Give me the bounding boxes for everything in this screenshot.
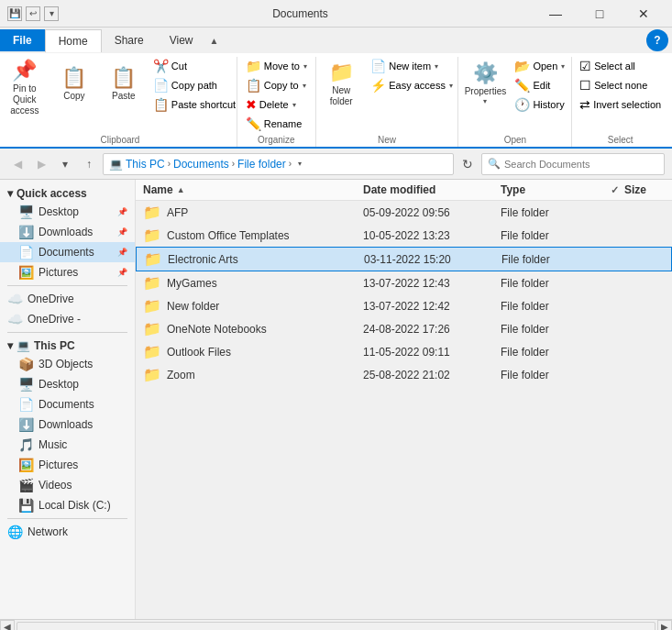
- file-type-cell: File folder: [501, 300, 611, 313]
- move-to-button[interactable]: 📁 Move to ▾: [242, 57, 311, 75]
- copy-button[interactable]: 📋 Copy: [50, 57, 98, 112]
- search-input[interactable]: [504, 159, 658, 170]
- file-name-label: OneNote Notebooks: [167, 323, 267, 336]
- forward-button[interactable]: ▶: [31, 154, 51, 174]
- cut-icon: ✂️: [153, 59, 169, 73]
- this-pc-icon: 💻: [17, 339, 30, 352]
- sidebar-item-downloads[interactable]: ⬇️ Downloads 📌: [0, 222, 135, 242]
- scroll-right-button[interactable]: ▶: [657, 620, 672, 631]
- select-all-button[interactable]: ☑ Select all: [576, 57, 665, 75]
- move-to-label: Move to: [264, 61, 300, 72]
- sidebar-item-local-disk[interactable]: 💾 Local Disk (C:): [0, 495, 135, 515]
- col-name-header[interactable]: Name ▲: [143, 183, 363, 196]
- open-button[interactable]: 📂 Open ▾: [511, 57, 568, 75]
- copy-path-button[interactable]: 📄 Copy path: [149, 76, 239, 94]
- sidebar-item-pc-pictures[interactable]: 🖼️ Pictures: [0, 455, 135, 475]
- tab-share[interactable]: Share: [102, 29, 157, 51]
- pc-desktop-label: Desktop: [39, 378, 127, 391]
- sidebar-item-network[interactable]: 🌐 Network: [0, 522, 135, 542]
- address-path[interactable]: 💻 This PC › Documents › File folder › ▾: [103, 153, 454, 175]
- sidebar-item-music[interactable]: 🎵 Music: [0, 435, 135, 455]
- cut-button[interactable]: ✂️ Cut: [149, 57, 239, 75]
- paste-shortcut-label: Paste shortcut: [171, 99, 236, 110]
- path-this-pc[interactable]: This PC: [126, 158, 165, 171]
- file-date-cell: 24-08-2022 17:26: [363, 323, 501, 336]
- ribbon-expand-icon[interactable]: ▲: [208, 34, 221, 48]
- ribbon-group-new: 📁 New folder 📄 New item ▾ ⚡ Easy access …: [316, 57, 459, 147]
- table-row[interactable]: 📁 OneNote Notebooks 24-08-2022 17:26 Fil…: [136, 317, 672, 340]
- sidebar: ▾ Quick access 🖥️ Desktop 📌 ⬇️ Downloads…: [0, 180, 136, 619]
- search-box[interactable]: 🔍: [481, 153, 665, 175]
- paste-shortcut-button[interactable]: 📋 Paste shortcut: [149, 95, 239, 114]
- tab-home[interactable]: Home: [45, 29, 102, 52]
- help-button[interactable]: ?: [646, 29, 668, 51]
- easy-access-button[interactable]: ⚡ Easy access ▾: [367, 76, 457, 94]
- minimize-button[interactable]: —: [534, 0, 577, 28]
- col-date-header[interactable]: Date modified: [363, 183, 501, 196]
- sidebar-item-pc-desktop[interactable]: 🖥️ Desktop: [0, 374, 135, 394]
- quick-save-icon[interactable]: 💾: [7, 6, 22, 21]
- quick-access-header[interactable]: ▾ Quick access: [0, 183, 135, 202]
- file-type-cell: File folder: [501, 206, 611, 219]
- path-sep-3: ›: [289, 159, 292, 169]
- sidebar-item-onedrive-dash[interactable]: ☁️ OneDrive -: [0, 309, 135, 329]
- sidebar-item-onedrive[interactable]: ☁️ OneDrive: [0, 289, 135, 309]
- table-row[interactable]: 📁 Electronic Arts 03-11-2022 15:20 File …: [136, 247, 672, 271]
- size-check-icon: ✓: [611, 184, 619, 196]
- hscroll-track[interactable]: [17, 622, 655, 631]
- path-file-folder[interactable]: File folder: [237, 158, 286, 171]
- back-button[interactable]: ◀: [7, 154, 28, 174]
- up-button[interactable]: ↑: [79, 154, 99, 174]
- new-folder-button[interactable]: 📁 New folder: [317, 57, 365, 112]
- rename-button[interactable]: ✏️ Rename: [242, 115, 311, 133]
- file-date-cell: 11-05-2022 09:11: [363, 346, 501, 359]
- documents-label: Documents: [39, 246, 113, 259]
- table-row[interactable]: 📁 New folder 13-07-2022 12:42 File folde…: [136, 294, 672, 317]
- scrollbar-area: ◀ ▶: [0, 619, 672, 630]
- sidebar-item-pictures[interactable]: 🖼️ Pictures 📌: [0, 262, 135, 282]
- scroll-left-button[interactable]: ◀: [0, 620, 15, 631]
- close-button[interactable]: ✕: [622, 0, 665, 28]
- pc-desktop-icon: 🖥️: [18, 377, 34, 392]
- new-item-button[interactable]: 📄 New item ▾: [367, 57, 457, 75]
- properties-button[interactable]: ⚙️ Properties ▾: [461, 57, 509, 112]
- this-pc-header[interactable]: ▾ 💻 This PC: [0, 336, 135, 354]
- quick-undo-icon[interactable]: ↩: [26, 6, 40, 21]
- title-dropdown-icon[interactable]: ▾: [44, 6, 59, 21]
- sidebar-item-pc-downloads[interactable]: ⬇️ Downloads: [0, 414, 135, 435]
- paste-button[interactable]: 📋 Paste: [100, 57, 148, 112]
- delete-button[interactable]: ✖ Delete ▾: [242, 95, 311, 114]
- sidebar-item-pc-documents[interactable]: 📄 Documents: [0, 394, 135, 414]
- col-type-header[interactable]: Type: [501, 183, 611, 196]
- table-row[interactable]: 📁 Outlook Files 11-05-2022 09:11 File fo…: [136, 340, 672, 363]
- table-row[interactable]: 📁 Zoom 25-08-2022 21:02 File folder: [136, 363, 672, 386]
- table-row[interactable]: 📁 MyGames 13-07-2022 12:43 File folder: [136, 271, 672, 294]
- sidebar-item-desktop[interactable]: 🖥️ Desktop 📌: [0, 202, 135, 222]
- history-button[interactable]: 🕐 History: [511, 95, 568, 114]
- maximize-button[interactable]: □: [578, 0, 621, 28]
- sidebar-item-documents[interactable]: 📄 Documents 📌: [0, 242, 135, 262]
- copy-to-button[interactable]: 📋 Copy to ▾: [242, 76, 311, 94]
- path-dropdown-icon[interactable]: ▾: [298, 160, 302, 168]
- refresh-button[interactable]: ↻: [457, 154, 478, 174]
- select-none-button[interactable]: ☐ Select none: [576, 76, 665, 94]
- table-row[interactable]: 📁 AFP 05-09-2022 09:56 File folder: [136, 201, 672, 224]
- move-to-icon: 📁: [246, 59, 261, 73]
- invert-selection-button[interactable]: ⇄ Invert selection: [576, 95, 665, 114]
- pin-button[interactable]: 📌 Pin to Quick access: [1, 57, 49, 120]
- open-small-col: 📂 Open ▾ ✏️ Edit 🕐 History: [511, 57, 568, 114]
- quick-access-label: Quick access: [17, 187, 87, 200]
- tab-view[interactable]: View: [157, 29, 206, 51]
- sidebar-item-videos[interactable]: 🎬 Videos: [0, 475, 135, 495]
- pictures-label: Pictures: [39, 266, 113, 279]
- tab-file[interactable]: File: [0, 29, 45, 51]
- desktop-icon: 🖥️: [18, 204, 34, 219]
- table-row[interactable]: 📁 Custom Office Templates 10-05-2022 13:…: [136, 224, 672, 247]
- file-list-header: Name ▲ Date modified Type ✓ Size: [136, 180, 672, 201]
- path-documents[interactable]: Documents: [173, 158, 229, 171]
- recent-button[interactable]: ▾: [55, 154, 75, 174]
- edit-button[interactable]: ✏️ Edit: [511, 76, 568, 94]
- sidebar-item-3d-objects[interactable]: 📦 3D Objects: [0, 354, 135, 374]
- folder-icon: 📁: [143, 227, 161, 244]
- col-size-header[interactable]: ✓ Size: [611, 183, 646, 196]
